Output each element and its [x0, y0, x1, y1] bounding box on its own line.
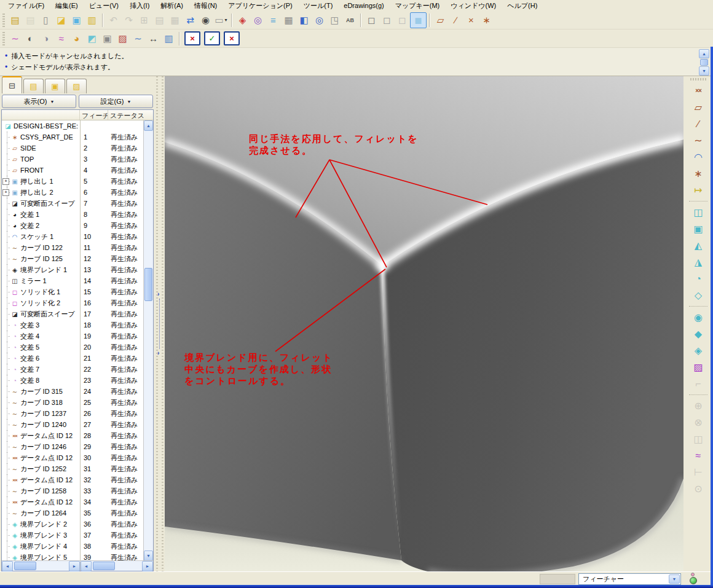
scroll-left-icon[interactable]: ◄ — [81, 561, 92, 571]
point-display-icon[interactable]: × — [463, 13, 479, 28]
tree-row[interactable]: ××データム点 ID 1230再生済み — [2, 452, 144, 463]
new-object-icon[interactable]: ▤ — [7, 13, 23, 28]
message-scrollbar[interactable]: ▲ ▼ — [699, 49, 709, 74]
tree-row[interactable]: ◔交差 823再生済み — [2, 375, 144, 386]
tree-row[interactable]: ◈境界ブレンド 438再生済み — [2, 541, 144, 552]
tree-row[interactable]: ∼カーブ ID 123726再生済み — [2, 408, 144, 419]
shaded-curvature-icon[interactable]: ◐ — [23, 31, 38, 46]
tree-row[interactable]: ◪可変断面スイープ7再生済み — [2, 198, 144, 209]
column-header-feature-number[interactable]: フィーチ... — [80, 110, 108, 120]
datum-axis-tool-icon[interactable]: ∕ — [690, 116, 706, 131]
search-icon[interactable]: ◉ — [198, 13, 213, 28]
column-header-status[interactable]: ステータス — [108, 110, 153, 120]
tree-row[interactable]: ∼カーブ ID 124629再生済み — [2, 441, 144, 452]
offset-analysis-icon[interactable]: ≈ — [53, 31, 69, 46]
tree-row[interactable]: ◫ミラー 114再生済み — [2, 275, 144, 286]
open-file-icon[interactable]: ◪ — [53, 13, 69, 28]
close-window2-icon[interactable]: × — [224, 31, 240, 45]
scroll-right-icon[interactable]: ► — [69, 561, 80, 571]
toolbar-grip[interactable] — [2, 14, 5, 27]
menu-item[interactable]: 情報(N) — [189, 0, 223, 12]
no-hidden-display-icon[interactable]: ◻ — [395, 13, 410, 28]
tree-row[interactable]: ××データム点 ID 1228再生済み — [2, 430, 144, 441]
show-menu-button[interactable]: 表示(O) ▼ — [2, 95, 76, 108]
menu-item[interactable]: eDrawings(g) — [338, 1, 389, 10]
curve-analysis-icon[interactable]: ∼ — [130, 31, 146, 46]
swept-blend-icon[interactable]: ◫ — [690, 205, 706, 220]
tree-root-row[interactable]: ◪DESIGN1-BEST_RE: — [2, 120, 144, 131]
tree-row[interactable]: +▣押し出し 15再生済み — [2, 176, 144, 187]
scroll-left-icon[interactable]: ◄ — [2, 561, 13, 571]
scroll-thumb[interactable] — [93, 562, 115, 570]
tree-row[interactable]: ◈境界ブレンド 337再生済み — [2, 530, 144, 541]
selection-filter-dropdown[interactable]: フィーチャー ▼ — [578, 573, 681, 585]
scroll-thumb[interactable] — [14, 562, 36, 570]
tree-row[interactable]: ◪可変断面スイープ17再生済み — [2, 308, 144, 319]
color-map-icon[interactable]: ◕ — [69, 31, 84, 46]
tree-row[interactable]: ◔交差 419再生済み — [2, 331, 144, 342]
menu-item[interactable]: ツール(T) — [298, 0, 339, 12]
tree-row[interactable]: ◻ソリッド化 216再生済み — [2, 297, 144, 308]
panel-splitter[interactable]: › › — [155, 76, 165, 571]
sweep-tool-icon[interactable]: ◮ — [690, 254, 706, 270]
settings-menu-button[interactable]: 設定(G) ▼ — [79, 95, 153, 108]
tree-row[interactable]: ◔交差 621再生済み — [2, 353, 144, 364]
tree-row[interactable]: ◔交差 722再生済み — [2, 364, 144, 375]
tree-hscrollbar-left[interactable]: ◄ ► — [2, 561, 81, 571]
new-file-icon[interactable]: ▯ — [38, 13, 53, 28]
style-tool-icon[interactable]: ◎ — [250, 13, 266, 28]
scroll-track[interactable] — [13, 561, 69, 571]
scroll-up-icon[interactable]: ▲ — [144, 120, 153, 131]
tree-row[interactable]: ▱TOP3再生済み — [2, 154, 144, 165]
tree-row[interactable]: ∼カーブ ID 124027再生済み — [2, 419, 144, 430]
sketch-tool-icon[interactable]: ◠ — [690, 149, 706, 165]
tree-row[interactable]: +▣押し出し 26再生済み — [2, 187, 144, 198]
menu-item[interactable]: ビュー(V) — [84, 0, 124, 12]
offset-tool-icon[interactable]: ≈ — [690, 448, 706, 463]
menu-item[interactable]: 挿入(I) — [124, 0, 155, 12]
expand-icon[interactable]: + — [2, 178, 9, 185]
tree-row[interactable]: ◔交差 318再生済み — [2, 319, 144, 331]
tree-row[interactable]: ∼カーブ ID 12211再生済み — [2, 242, 144, 253]
tree-row[interactable]: ∼カーブ ID 126435再生済み — [2, 508, 144, 519]
tree-row[interactable]: ◠スケッチ 110再生済み — [2, 231, 144, 242]
tab-model-tree[interactable]: ⊟ — [2, 76, 22, 93]
shell-tool-icon[interactable]: ◆ — [690, 326, 706, 342]
tab-connections[interactable]: ▨ — [66, 79, 87, 93]
csys-tool-icon[interactable]: ∗ — [690, 166, 706, 181]
fill-tool-icon[interactable]: ▨ — [690, 359, 706, 375]
revolve-tool-icon[interactable]: ◭ — [690, 238, 706, 253]
tree-row[interactable]: ◻ソリッド化 115再生済み — [2, 286, 144, 297]
splitter-arrow-icon[interactable]: › — [157, 291, 159, 297]
shade-display-icon[interactable]: ◧ — [296, 13, 312, 28]
scroll-thumb[interactable] — [700, 59, 708, 66]
tree-row[interactable]: ◔交差 520再生済み — [2, 342, 144, 353]
tree-row[interactable]: ∼カーブ ID 125231再生済み — [2, 463, 144, 474]
menu-item[interactable]: 編集(E) — [50, 0, 84, 12]
section-analysis-icon[interactable]: ◩ — [84, 31, 100, 46]
scroll-up-icon[interactable]: ▲ — [699, 49, 709, 58]
toolbar-grip[interactable] — [2, 32, 5, 45]
save-analysis-icon[interactable]: ▣ — [100, 31, 115, 46]
round-tool-icon[interactable]: ◔ — [690, 271, 706, 286]
boundary-blend-tool-icon[interactable]: ◈ — [690, 343, 706, 358]
datum-point-network-icon[interactable]: ◈ — [235, 13, 250, 28]
menu-item[interactable]: マップキー(M) — [390, 0, 446, 12]
tree-row[interactable]: ∼カーブ ID 31524再生済み — [2, 386, 144, 397]
datum-plane-tool-icon[interactable]: ▱ — [690, 100, 706, 115]
splitter-arrow-icon[interactable]: › — [157, 350, 159, 356]
tree-row[interactable]: ∼カーブ ID 12512再生済み — [2, 253, 144, 264]
tree-row[interactable]: ∼カーブ ID 125833再生済み — [2, 485, 144, 496]
column-header-name[interactable] — [2, 110, 80, 120]
tab-folder-browser[interactable]: ▤ — [23, 79, 44, 93]
extrude-tool-icon[interactable]: ▣ — [690, 221, 706, 237]
csys-display-icon[interactable]: ∗ — [479, 13, 494, 28]
tree-row[interactable]: ××データム点 ID 1234再生済み — [2, 496, 144, 508]
dropdown-caret-icon[interactable]: ▾ — [225, 17, 227, 23]
scroll-thumb[interactable] — [144, 268, 152, 301]
menu-item[interactable]: ファイル(F) — [2, 0, 50, 12]
reflection-analysis-icon[interactable]: ◑ — [38, 31, 53, 46]
tree-hscrollbar-right[interactable]: ◄ ► — [81, 561, 153, 571]
reorient-icon[interactable]: ◳ — [327, 13, 342, 28]
tree-row[interactable]: ∼カーブ ID 31825再生済み — [2, 397, 144, 408]
